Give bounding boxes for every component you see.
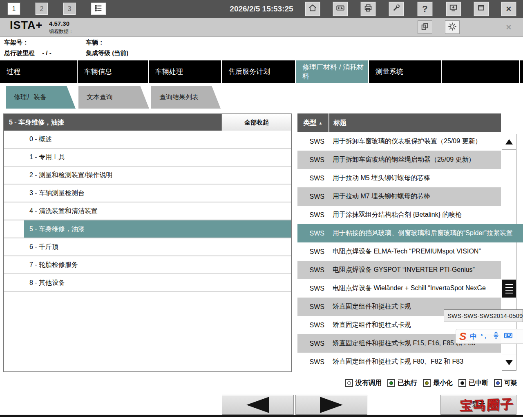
list-icon (94, 4, 103, 14)
column-header-title[interactable]: 标题 (329, 113, 501, 132)
back-button[interactable] (222, 395, 294, 415)
session-button-3[interactable]: 3 (63, 2, 76, 15)
legend-minimized: 最小化 (423, 379, 453, 387)
row-title: 用于粘接的挡风玻璃、侧窗玻璃和后窗玻璃的“Spider”拉紧装置 (329, 229, 523, 238)
collapse-all-button[interactable]: 全部收起 (221, 114, 291, 131)
tab-edge-sliver (520, 60, 523, 83)
subtab-workshop-equipment[interactable]: 修理厂装备 (6, 86, 76, 109)
row-type: SWS (297, 211, 329, 219)
table-row[interactable]: SWS矫直固定组件和挺柱式卡规 F80、F82 和 F83 (297, 353, 501, 371)
category-item-label: 3 - 车轴测量检测台 (29, 184, 85, 202)
close-session-button[interactable]: × (502, 21, 516, 33)
appbar: ISTA+ 4.57.30 编程数据： × (0, 18, 523, 37)
titlebar: 1 2 3 2026/2/5 15:53:25 (0, 0, 523, 18)
ime-mic-icon[interactable] (492, 331, 500, 341)
scroll-down-button[interactable] (502, 355, 516, 370)
session-button-1[interactable]: 1 (7, 2, 20, 15)
legend-suspect: 可疑 (494, 379, 517, 387)
watermark-logo: 宝马圈子 (460, 396, 514, 415)
tab-vehicle-info[interactable]: 车辆信息 (78, 60, 148, 83)
row-type: SWS (297, 230, 329, 237)
table-row[interactable]: SWS电阻点焊设备 GYSPOT “INVERTER PTI-Genius” (297, 261, 501, 279)
restore-window-button[interactable] (474, 2, 489, 16)
status-executed-icon (387, 379, 395, 387)
table-row[interactable]: SWS电阻点焊设备 ELMA-Tech “PREMIUMspot VISION” (297, 242, 501, 261)
table-row[interactable]: SWS用于拆卸车窗玻璃的仪表板保护装置（25/09 更新） (297, 132, 501, 151)
category-item-3[interactable]: 3 - 车轴测量检测台 (4, 184, 291, 202)
row-title: 用于拉动 M5 埋头铆钉螺母的芯棒 (329, 174, 501, 182)
session-list-button[interactable] (91, 2, 106, 15)
legend-label: 已执行 (398, 379, 417, 387)
legend-label: 没有调用 (355, 379, 382, 387)
tab-process[interactable]: 过程 (0, 60, 77, 83)
scroll-up-button[interactable] (502, 134, 516, 150)
session-button-2[interactable]: 2 (35, 2, 48, 15)
tools-button[interactable] (389, 2, 404, 16)
table-row[interactable]: SWS用于拉动 M5 埋头铆钉螺母的芯棒 (297, 169, 501, 187)
table-row[interactable]: SWS用于拆卸车窗玻璃的钢丝绳启动器（25/09 更新） (297, 151, 501, 169)
tab-workshop-materials[interactable]: 修理厂材料 / 消耗材料 (296, 60, 368, 83)
close-icon: × (506, 4, 512, 13)
subtab-text-search[interactable]: 文本查询 (78, 86, 149, 109)
print-button[interactable] (360, 2, 376, 16)
table-row[interactable]: SWS电阻点焊设备 Wieländer + Schill “InvertaSpo… (297, 279, 501, 298)
row-type: SWS (297, 156, 329, 164)
category-item-2[interactable]: 2 - 测量和检测装置/操作说明 (4, 167, 291, 184)
tab-measurement-system[interactable]: 测量系统 (369, 60, 441, 83)
category-item-5-selected[interactable]: 5 - 车身维修，油漆 (4, 220, 291, 238)
category-item-8[interactable]: 8 - 其他设备 (4, 274, 291, 292)
row-type: SWS (297, 285, 329, 292)
status-suspect-icon (494, 379, 502, 387)
category-panel-header: 5 - 车身维修，油漆 全部收起 (4, 114, 291, 131)
help-button[interactable]: ? (417, 2, 433, 16)
app-version: 4.57.30 (49, 20, 69, 27)
category-item-label: 8 - 其他设备 (29, 274, 65, 291)
connection-manager-button[interactable] (418, 20, 432, 34)
scroll-up-icon (505, 139, 513, 144)
category-item-1[interactable]: 1 - 专用工具 (4, 149, 291, 167)
ime-chinese-mode-icon[interactable]: 中 (470, 332, 477, 341)
tab-empty (442, 60, 519, 83)
sort-asc-icon: ▲ (319, 121, 323, 125)
minimize-to-tray-button[interactable] (446, 2, 461, 16)
tab-service-plan[interactable]: 售后服务计划 (222, 60, 295, 83)
sub-tab-bar: 修理厂装备 文本查询 查询结果列表 (0, 86, 523, 109)
table-row-selected[interactable]: SWS用于粘接的挡风玻璃、侧窗玻璃和后窗玻璃的“Spider”拉紧装置 (297, 224, 523, 242)
legend-label: 可疑 (504, 379, 517, 387)
settings-button[interactable] (445, 20, 460, 34)
ime-toolbar: S 中 °， (456, 329, 523, 344)
category-header-title: 5 - 车身维修，油漆 (4, 114, 221, 131)
forward-button[interactable] (295, 395, 367, 415)
tab-label: 测量系统 (375, 67, 403, 76)
main-tab-bar: 过程 车辆信息 车辆处理 售后服务计划 修理厂材料 / 消耗材料 测量系统 (0, 60, 523, 83)
wrench-icon (392, 4, 401, 14)
scrollbar-thumb[interactable] (502, 280, 516, 298)
row-tooltip: SWS-SWS-SWS2014-0509 (444, 309, 523, 322)
subtab-query-results[interactable]: 查询结果列表 (151, 86, 221, 109)
category-item-label: 7 - 轮胎检修服务 (29, 256, 78, 273)
legend-aborted: 已中断 (458, 379, 488, 387)
tab-label: 过程 (7, 67, 20, 76)
vehicle-info-panel: 车架号： 总行驶里程 - / - 车辆： 集成等级 (当前) (0, 37, 523, 60)
onscreen-keyboard-button[interactable] (333, 2, 348, 16)
ime-punctuation-icon[interactable]: °， (481, 333, 488, 340)
category-item-label: 5 - 车身维修，油漆 (29, 220, 85, 238)
tab-label: 修理厂材料 / 消耗材料 (302, 63, 368, 80)
tab-vehicle-handling[interactable]: 车辆处理 (149, 60, 221, 83)
ime-keyboard-icon[interactable] (504, 331, 513, 341)
row-title: 矫直固定组件和挺柱式卡规 (329, 321, 501, 329)
ista-application-window: 1 2 3 2026/2/5 15:53:25 (0, 0, 523, 420)
category-item-7[interactable]: 7 - 轮胎检修服务 (4, 256, 291, 274)
row-title: 电阻点焊设备 GYSPOT “INVERTER PTI-Genius” (329, 266, 501, 274)
table-row[interactable]: SWS用于涂抹双组分结构粘合剂 {Betalink} 的喷枪 (297, 206, 501, 224)
table-row[interactable]: SWS用于拉动 M7 埋头铆钉螺母的芯棒 (297, 187, 501, 206)
category-item-6[interactable]: 6 - 千斤顶 (4, 238, 291, 256)
row-title: 用于拆卸车窗玻璃的仪表板保护装置（25/09 更新） (329, 137, 501, 146)
sogou-logo-icon[interactable]: S (459, 331, 466, 342)
column-header-type[interactable]: 类型 ▲ (297, 113, 329, 132)
close-app-button[interactable]: × (501, 2, 516, 16)
category-item-4[interactable]: 4 - 清洗装置和清洁装置 (4, 202, 291, 220)
window-icon (477, 4, 486, 14)
category-item-0[interactable]: 0 - 概述 (4, 131, 291, 149)
home-button[interactable] (305, 2, 320, 16)
